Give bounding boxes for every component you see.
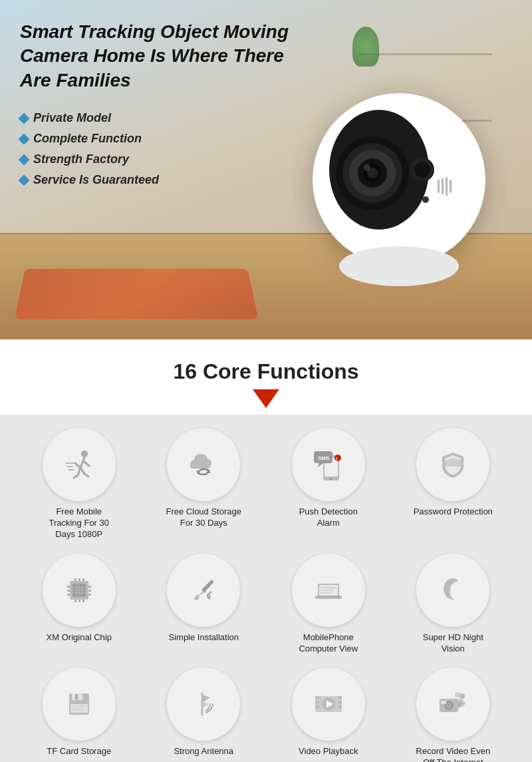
video-camera-icon bbox=[433, 684, 473, 724]
password-protection-label: Password Protection bbox=[414, 506, 493, 518]
svg-point-101 bbox=[446, 703, 452, 708]
functions-header: 16 Core Functions bbox=[0, 339, 532, 415]
svg-point-8 bbox=[364, 164, 370, 171]
svg-point-11 bbox=[422, 196, 429, 203]
bullet-diamond-icon bbox=[19, 154, 30, 165]
svg-rect-13 bbox=[366, 253, 432, 280]
free-mobile-tracking-icon-circle bbox=[43, 428, 116, 501]
svg-rect-17 bbox=[450, 180, 452, 193]
function-item-push-detection-alarm: SMS ! Push Detection Alarm bbox=[269, 428, 388, 540]
function-item-mobilephone-computer-view: MobilePhone Computer View bbox=[269, 554, 388, 655]
antenna-icon bbox=[184, 684, 223, 724]
svg-rect-52 bbox=[67, 586, 70, 588]
simple-installation-label: Simple Installation bbox=[169, 632, 239, 644]
svg-rect-81 bbox=[75, 694, 78, 699]
bullet-diamond-icon bbox=[19, 133, 30, 144]
tf-card-storage-icon-circle bbox=[43, 667, 116, 741]
hero-bullet-text: Strength Factory bbox=[33, 152, 129, 166]
push-detection-alarm-label: Push Detection Alarm bbox=[289, 506, 368, 529]
svg-rect-62 bbox=[78, 600, 80, 602]
svg-rect-93 bbox=[338, 696, 342, 699]
hero-content: Smart Tracking Object Moving Camera Home… bbox=[20, 20, 299, 194]
laptop-icon bbox=[309, 570, 348, 610]
svg-text:!: ! bbox=[336, 457, 337, 461]
free-cloud-storage-label: Free Cloud Storage For 30 Days bbox=[164, 506, 243, 529]
svg-point-77 bbox=[434, 572, 471, 609]
svg-marker-37 bbox=[318, 463, 323, 467]
svg-rect-90 bbox=[315, 696, 319, 699]
svg-rect-60 bbox=[82, 578, 84, 581]
shield-icon bbox=[433, 445, 473, 484]
bullet-diamond-icon bbox=[19, 174, 30, 186]
function-item-xm-original-chip: XM Original Chip bbox=[20, 554, 138, 655]
svg-rect-63 bbox=[82, 600, 84, 602]
chip-icon bbox=[59, 570, 99, 610]
camera-illustration bbox=[293, 47, 505, 326]
free-mobile-tracking-label: Free Mobile Tracking For 30 Days 1080P bbox=[39, 506, 119, 540]
xm-original-chip-icon-circle bbox=[43, 554, 116, 627]
function-item-super-hd-night-vision: Super HD Night Vision bbox=[394, 554, 513, 655]
super-hd-night-vision-label: Super HD Night Vision bbox=[413, 632, 493, 655]
hero-bullets: Private ModelComplete FunctionStrength F… bbox=[20, 111, 299, 187]
xm-original-chip-label: XM Original Chip bbox=[47, 632, 112, 644]
svg-rect-91 bbox=[315, 701, 319, 703]
svg-rect-94 bbox=[338, 701, 342, 703]
svg-point-35 bbox=[330, 478, 332, 480]
svg-rect-102 bbox=[441, 701, 446, 704]
svg-rect-59 bbox=[78, 578, 80, 581]
tf-card-storage-label: TF Card Storage bbox=[47, 746, 111, 757]
mobilephone-computer-view-icon-circle bbox=[292, 554, 365, 627]
svg-text:SMS: SMS bbox=[318, 455, 330, 461]
svg-rect-54 bbox=[67, 594, 70, 596]
function-item-free-mobile-tracking: Free Mobile Tracking For 30 Days 1080P bbox=[20, 428, 138, 540]
functions-grid: Free Mobile Tracking For 30 Days 1080P F… bbox=[20, 428, 512, 762]
hero-bullet-item: Strength Factory bbox=[20, 152, 299, 166]
hero-bullet-text: Service Is Guaranteed bbox=[33, 173, 159, 187]
svg-rect-95 bbox=[338, 705, 342, 708]
hero-section: Smart Tracking Object Moving Camera Home… bbox=[0, 0, 532, 339]
svg-rect-14 bbox=[438, 180, 440, 193]
svg-rect-15 bbox=[442, 178, 444, 194]
function-item-password-protection: Password Protection bbox=[394, 428, 513, 540]
video-playback-label: Video Playback bbox=[299, 746, 358, 757]
functions-grid-section: Free Mobile Tracking For 30 Days 1080P F… bbox=[0, 415, 532, 762]
svg-rect-53 bbox=[67, 590, 70, 592]
strong-antenna-icon-circle bbox=[167, 667, 240, 741]
wrench-screwdriver-icon bbox=[184, 570, 223, 610]
sms-phone-icon: SMS ! bbox=[309, 445, 348, 484]
function-item-tf-card-storage: TF Card Storage bbox=[20, 667, 138, 762]
rug bbox=[15, 269, 259, 319]
function-item-strong-antenna: Strong Antenna bbox=[145, 667, 263, 762]
video-playback-icon-circle bbox=[292, 667, 365, 741]
svg-point-10 bbox=[414, 162, 430, 178]
svg-rect-57 bbox=[88, 594, 91, 596]
svg-point-106 bbox=[455, 692, 460, 697]
push-detection-alarm-icon-circle: SMS ! bbox=[292, 428, 365, 501]
hero-bullet-item: Service Is Guaranteed bbox=[20, 173, 299, 187]
svg-rect-16 bbox=[446, 177, 448, 196]
functions-title: 16 Core Functions bbox=[0, 359, 532, 384]
function-item-simple-installation: Simple Installation bbox=[145, 554, 263, 655]
simple-installation-icon-circle bbox=[167, 554, 240, 627]
super-hd-night-vision-icon-circle bbox=[416, 554, 489, 627]
svg-rect-58 bbox=[74, 578, 76, 581]
hero-bullet-item: Complete Function bbox=[20, 132, 299, 146]
function-item-record-video: Record Video Even Off The Internet bbox=[394, 667, 513, 762]
moon-icon bbox=[433, 570, 473, 610]
hero-bullet-text: Private Model bbox=[33, 111, 111, 125]
svg-rect-55 bbox=[88, 586, 91, 588]
svg-rect-92 bbox=[315, 705, 319, 708]
arrow-down-icon bbox=[253, 389, 279, 408]
password-protection-icon-circle bbox=[416, 428, 489, 501]
svg-point-105 bbox=[460, 693, 465, 699]
svg-point-18 bbox=[61, 446, 98, 483]
hero-bullet-text: Complete Function bbox=[33, 132, 142, 146]
hero-title: Smart Tracking Object Moving Camera Home… bbox=[20, 20, 299, 93]
svg-rect-56 bbox=[88, 590, 91, 592]
mobilephone-computer-view-label: MobilePhone Computer View bbox=[289, 632, 368, 655]
svg-rect-61 bbox=[74, 600, 76, 602]
record-video-icon-circle bbox=[416, 667, 489, 741]
function-item-video-playback: Video Playback bbox=[269, 667, 388, 762]
hero-bullet-item: Private Model bbox=[20, 111, 299, 125]
running-person-icon bbox=[59, 445, 99, 484]
